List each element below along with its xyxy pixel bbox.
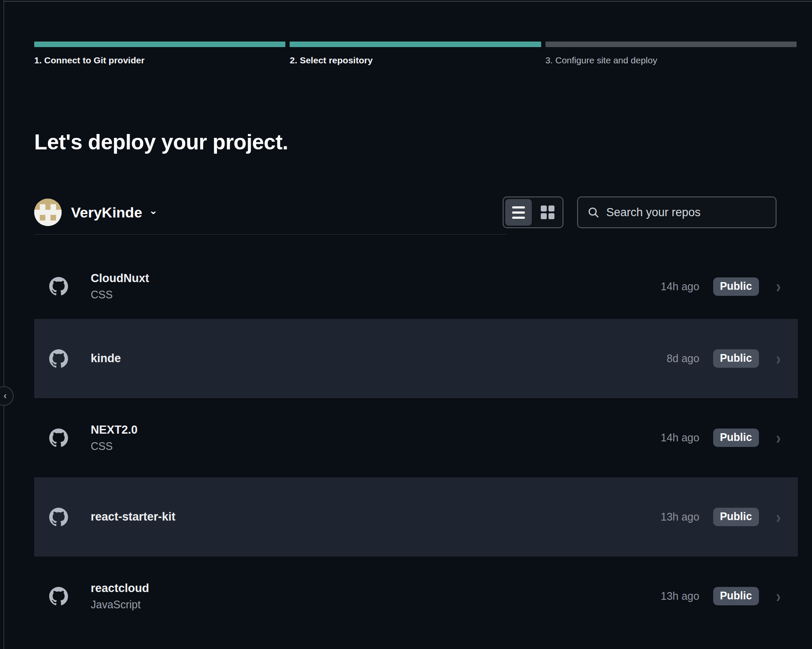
repo-name: react-starter-kit [91,510,175,524]
repo-name: CloudNuxt [91,272,149,285]
github-icon [49,349,68,368]
repo-updated: 14h ago [661,432,699,444]
chevron-down-icon[interactable]: ⌄ [149,205,157,217]
deploy-wizard-page: ‹ 1. Connect to Git provider 2. Select r… [0,0,812,649]
step-label: 3. Configure site and deploy [545,55,797,65]
list-view-button[interactable] [505,199,532,226]
step-label: 1. Connect to Git provider [34,55,285,65]
search-input[interactable] [606,206,766,219]
github-icon [49,508,68,527]
repo-text: kinde [91,352,121,365]
step-select-repository: 2. Select repository [290,42,541,65]
repo-search[interactable] [577,196,776,228]
step-progress-bar [34,42,285,47]
grid-icon [541,205,554,219]
repo-meta: 8d ago Public › [667,349,781,368]
repo-text: CloudNuxt CSS [91,272,149,301]
account-name[interactable]: VeryKinde [71,204,142,221]
repo-row[interactable]: kinde 8d ago Public › [34,319,798,398]
step-connect-git: 1. Connect to Git provider [34,42,285,65]
step-configure-deploy: 3. Configure site and deploy [545,42,797,65]
github-icon [49,277,68,296]
repo-list: CloudNuxt CSS 14h ago Public › kinde 8d … [34,254,798,636]
visibility-badge: Public [713,587,759,605]
wizard-stepper: 1. Connect to Git provider 2. Select rep… [34,42,797,65]
github-icon [49,587,68,606]
chevron-right-icon[interactable]: › [776,508,781,526]
repo-meta: 14h ago Public › [661,277,781,296]
repo-updated: 8d ago [667,352,699,365]
grid-view-button[interactable] [534,199,561,226]
view-mode-toggle [503,196,563,228]
chevron-right-icon[interactable]: › [776,350,781,367]
repo-text: react-starter-kit [91,510,175,524]
list-icon [512,206,525,219]
account-divider [34,234,507,235]
repo-updated: 13h ago [661,511,699,523]
chevron-right-icon[interactable]: › [776,587,781,605]
repo-meta: 14h ago Public › [661,429,781,447]
repo-updated: 13h ago [661,590,699,602]
repo-meta: 13h ago Public › [661,587,781,605]
github-icon [49,429,68,447]
repo-name: NEXT2.0 [91,423,138,437]
search-icon [587,206,599,218]
repo-text: reactcloud JavaScript [91,582,149,611]
step-progress-bar [545,42,797,47]
repo-language: CSS [91,289,149,301]
repo-language: JavaScript [91,598,149,611]
repo-row[interactable]: react-starter-kit 13h ago Public › [34,477,798,557]
repo-meta: 13h ago Public › [661,508,781,526]
repo-row[interactable]: CloudNuxt CSS 14h ago Public › [34,254,798,319]
account-avatar[interactable] [34,199,62,226]
chevron-right-icon[interactable]: › [776,278,781,295]
repo-toolbar [503,196,798,228]
step-progress-bar [290,42,541,47]
repo-text: NEXT2.0 CSS [91,423,138,453]
chevron-left-icon: ‹ [3,390,6,402]
repo-name: reactcloud [91,582,149,595]
chevron-right-icon[interactable]: › [776,429,781,447]
visibility-badge: Public [713,349,759,368]
sidebar-divider [3,0,4,649]
repo-name: kinde [91,352,121,365]
repo-updated: 14h ago [661,280,699,293]
visibility-badge: Public [713,277,759,296]
repo-language: CSS [91,440,138,453]
visibility-badge: Public [713,508,759,526]
sidebar-collapse-button[interactable]: ‹ [0,386,14,406]
repo-row[interactable]: NEXT2.0 CSS 14h ago Public › [34,398,798,477]
repo-row[interactable]: reactcloud JavaScript 13h ago Public › [34,557,798,636]
page-title: Let's deploy your project. [34,130,812,155]
step-label: 2. Select repository [290,55,541,65]
account-toolbar-row: VeryKinde ⌄ [34,196,798,228]
visibility-badge: Public [713,429,759,447]
